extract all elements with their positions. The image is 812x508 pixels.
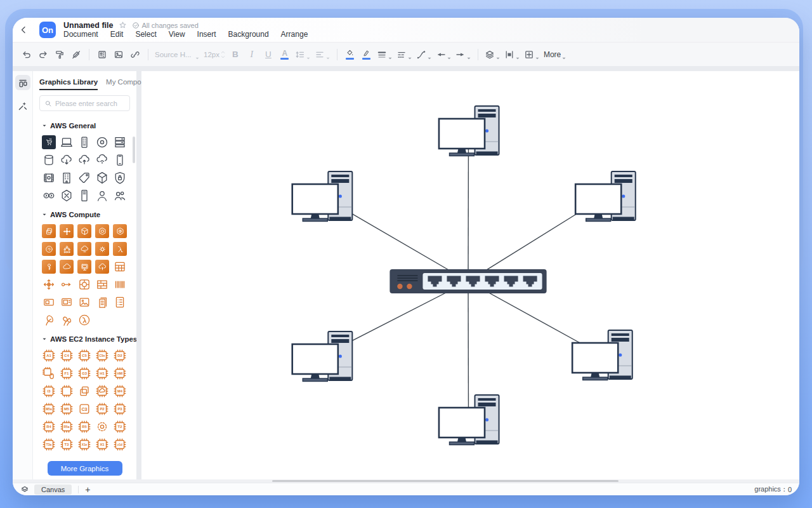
library-shape-docs-copy[interactable]: [95, 295, 109, 309]
library-shape-server-rack[interactable]: [77, 135, 91, 149]
add-page-button[interactable]: +: [85, 485, 90, 494]
library-shape-ec2-M4[interactable]: M4: [113, 384, 127, 398]
library-shape-hex-coin[interactable]: [113, 224, 127, 238]
library-shape-lambda[interactable]: [113, 242, 127, 256]
library-shape-ec2-T2[interactable]: T2: [113, 420, 127, 434]
font-size-stepper[interactable]: [221, 50, 225, 59]
stroke-color-button[interactable]: [359, 47, 374, 62]
library-shape-ec2-C5n[interactable]: C5n: [95, 349, 109, 363]
layers-button[interactable]: [483, 47, 502, 62]
library-shape-ec2-R5a[interactable]: R5a: [60, 420, 74, 434]
library-shape-ec2-X1e[interactable]: X1e: [77, 438, 91, 451]
bold-button[interactable]: B: [228, 47, 243, 62]
library-shape-link-arrow[interactable]: [60, 277, 74, 291]
fill-color-button[interactable]: [343, 47, 358, 62]
library-shape-ec2-R5[interactable]: R5: [77, 420, 91, 434]
rail-shapes-library-button[interactable]: [15, 75, 30, 90]
library-shape-cloud-upload[interactable]: [77, 153, 91, 167]
more-graphics-button[interactable]: More Graphics: [48, 461, 122, 476]
network-switch-shape[interactable]: [390, 269, 546, 293]
library-shape-move-arrows[interactable]: [42, 277, 56, 291]
library-shape-ec2-T3[interactable]: T3: [60, 438, 74, 451]
grid-button[interactable]: [523, 47, 541, 62]
library-shape-cloud[interactable]: [60, 260, 74, 274]
align-objects-button[interactable]: [503, 47, 521, 62]
clear-format-button[interactable]: [69, 47, 84, 62]
arrow-start-button[interactable]: [435, 47, 453, 62]
library-shape-ec2-C5[interactable]: C5: [77, 349, 91, 363]
more[interactable]: More: [542, 47, 568, 62]
library-shape-aws-marketplace[interactable]: [42, 135, 56, 149]
menu-document[interactable]: Document: [63, 30, 98, 39]
font-color-button[interactable]: A: [277, 47, 292, 62]
library-shape-ec2-X1[interactable]: X1: [95, 438, 109, 451]
horizontal-scrollbar-thumb[interactable]: [272, 480, 619, 482]
horizontal-scrollbar[interactable]: [13, 479, 799, 483]
library-shape-gear-chip[interactable]: [95, 420, 109, 434]
library-shape-forums[interactable]: [42, 189, 56, 203]
file-title[interactable]: Unnamed file: [63, 21, 114, 30]
library-shape-ec2-G3[interactable]: G3: [77, 366, 91, 380]
library-shape-laptop[interactable]: [60, 135, 74, 149]
library-shape-hierarchy[interactable]: [60, 242, 74, 256]
workstation-shape-pc-upper-right[interactable]: [575, 171, 636, 222]
library-shape-ec2-D2[interactable]: D2: [113, 349, 127, 363]
library-shape-storage-disk[interactable]: [95, 135, 109, 149]
menu-arrange[interactable]: Arrange: [281, 30, 308, 39]
canvas-page-tab[interactable]: Canvas: [34, 485, 72, 495]
menu-edit[interactable]: Edit: [110, 30, 124, 39]
library-shape-mobile-device[interactable]: [113, 153, 127, 167]
undo-button[interactable]: [19, 47, 34, 62]
redo-button[interactable]: [36, 47, 51, 62]
library-shape-c3-box[interactable]: C3: [77, 402, 91, 416]
library-shape-cloud-up[interactable]: [95, 260, 109, 274]
section-header-aws-ec2-instance-types[interactable]: AWS EC2 Instance Types: [42, 335, 128, 343]
menu-view[interactable]: View: [169, 30, 185, 39]
library-shape-leaf[interactable]: [42, 313, 56, 327]
library-shape-image-card[interactable]: [77, 295, 91, 309]
workstation-shape-pc-upper-left[interactable]: [292, 171, 353, 222]
library-scroll-area[interactable]: AWS GeneralAWS ComputeAWS EC2 Instance T…: [33, 114, 136, 457]
link-button[interactable]: [128, 47, 143, 62]
workstation-shape-pc-bottom[interactable]: [439, 395, 499, 445]
library-shape-ec2-T3a[interactable]: T3a: [42, 438, 56, 451]
library-shape-grid-table[interactable]: [113, 260, 127, 274]
library-shape-hex-cube[interactable]: [77, 224, 91, 238]
library-shape-screen-card[interactable]: [60, 295, 74, 309]
library-shape-leaves[interactable]: [60, 313, 74, 327]
library-shape-ec2-I3[interactable]: I3: [42, 384, 56, 398]
pages-stack-icon[interactable]: [20, 485, 29, 494]
library-shape-chip-blank[interactable]: [60, 384, 74, 398]
library-shape-server-tower[interactable]: [77, 189, 91, 203]
workstation-shape-pc-lower-right[interactable]: [572, 330, 632, 380]
line-height-button[interactable]: [294, 47, 312, 62]
library-shape-key[interactable]: [42, 260, 56, 274]
arrow-end-button[interactable]: [454, 47, 473, 62]
section-header-aws-general[interactable]: AWS General: [42, 122, 128, 130]
library-shape-barcode[interactable]: [113, 277, 127, 291]
library-shape-hex-ring[interactable]: [95, 224, 109, 238]
library-shape-target[interactable]: [77, 277, 91, 291]
paint-format-button[interactable]: [52, 47, 67, 62]
rail-ai-wand-button[interactable]: [15, 98, 30, 113]
library-shape-list-doc[interactable]: [113, 295, 127, 309]
workstation-shape-pc-lower-left[interactable]: [292, 331, 353, 382]
library-shape-cloud-download[interactable]: [60, 153, 74, 167]
sidebar-scrollbar[interactable]: [133, 137, 135, 163]
app-logo[interactable]: On: [39, 22, 56, 38]
library-shape-ec2-P2[interactable]: P2: [95, 402, 109, 416]
library-shape-lambda-circle[interactable]: [77, 313, 91, 327]
library-shape-copy-squares[interactable]: [42, 224, 56, 238]
line-width-button[interactable]: [376, 47, 394, 62]
underline-button[interactable]: U: [261, 47, 276, 62]
library-shape-ec2-M5[interactable]: M5: [60, 402, 74, 416]
text-align-button[interactable]: [313, 47, 332, 62]
font-select[interactable]: Source H...: [154, 47, 201, 62]
italic-button[interactable]: I: [244, 47, 259, 62]
connector-style-button[interactable]: [415, 47, 433, 62]
library-shape-user[interactable]: [95, 189, 109, 203]
library-shape-shield-lock[interactable]: [113, 171, 127, 185]
image-button[interactable]: [111, 47, 126, 62]
library-shape-ec2-z1d[interactable]: z1d: [113, 438, 127, 451]
line-style-button[interactable]: [395, 47, 414, 62]
